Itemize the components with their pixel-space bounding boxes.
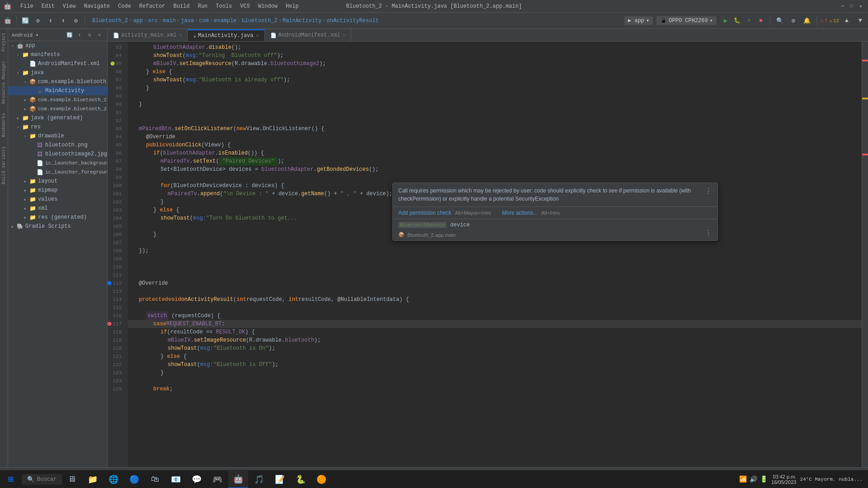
- add-permission-btn[interactable]: Add permission check: [398, 210, 451, 216]
- taskbar-item-vscode[interactable]: 📝: [270, 470, 290, 488]
- bc-main[interactable]: main: [163, 18, 176, 24]
- taskbar-clock[interactable]: 03:42 p.m. 16/05/2023: [771, 474, 796, 485]
- battery-icon[interactable]: 🔋: [760, 475, 768, 483]
- popup-footer-dots[interactable]: ⋮: [705, 229, 712, 238]
- bc-src[interactable]: src: [148, 18, 158, 24]
- run-button[interactable]: ▶: [720, 15, 731, 26]
- settings-btn[interactable]: ⚙: [32, 15, 44, 27]
- minimize-button[interactable]: —: [839, 3, 846, 10]
- maximize-button[interactable]: □: [848, 3, 855, 10]
- tab-androidmanifest-xml[interactable]: 📄 AndroidManifest.xml ✕: [265, 29, 352, 41]
- taskbar-item-python[interactable]: 🐍: [291, 470, 311, 488]
- popup-more-button[interactable]: ⋮: [705, 187, 712, 196]
- volume-icon[interactable]: 🔊: [750, 475, 757, 483]
- tree-package-test[interactable]: ▶ 📦 com.example.bluetooth_2 (te...: [8, 104, 107, 113]
- warning-count[interactable]: ⚠ 12: [829, 18, 839, 23]
- search-bar[interactable]: 🔍 Buscar: [22, 474, 62, 485]
- expand-btn[interactable]: ⬇: [45, 15, 57, 27]
- tab-close-btn[interactable]: ✕: [256, 33, 259, 38]
- menu-run[interactable]: Run: [194, 2, 211, 10]
- tree-mipmap[interactable]: ▶ 📁 mipmap: [8, 186, 107, 195]
- sidebar-collapse-btn[interactable]: ⬆: [75, 31, 84, 39]
- tree-gradle-scripts[interactable]: ▶ 🐘 Gradle Scripts: [8, 222, 107, 231]
- tree-bluetooth-png[interactable]: 🖼 bluetooth.png: [8, 141, 107, 150]
- menu-edit[interactable]: Edit: [38, 2, 58, 10]
- menu-tools[interactable]: Tools: [212, 2, 236, 10]
- tab-activity-main-xml[interactable]: 📄 activity_main.xml ✕: [108, 29, 188, 41]
- code-content[interactable]: bluetoothAdapter.disable(); showToast( m…: [128, 42, 862, 467]
- tree-mainactivity[interactable]: ☕ MainActivity: [8, 86, 107, 95]
- taskbar-item-steam[interactable]: 🎮: [208, 470, 227, 488]
- sidebar-hide-btn[interactable]: ✕: [95, 31, 104, 39]
- bc-bluetooth2[interactable]: Bluetooth_2: [92, 18, 128, 24]
- sync-btn[interactable]: 🔄: [19, 15, 31, 27]
- tab-mainactivity-java[interactable]: ☕ MainActivity.java ✕: [188, 29, 264, 41]
- chevron-down-btn[interactable]: ▼: [854, 15, 866, 27]
- tree-manifests[interactable]: ▾ 📁 manifests: [8, 50, 107, 59]
- bc-app[interactable]: app: [133, 18, 143, 24]
- resource-manager-label[interactable]: Resource Manager: [1, 61, 6, 104]
- device-selector[interactable]: 📱 OPPO CPH2269 ▾: [656, 16, 717, 25]
- tree-ic-launcher-fg[interactable]: 📄 ic_launcher_foreground.xm...: [8, 168, 107, 177]
- chevron-up-btn[interactable]: ▲: [841, 15, 853, 27]
- menu-window[interactable]: Window: [255, 2, 281, 10]
- menu-build[interactable]: Build: [170, 2, 193, 10]
- stop-button[interactable]: ■: [755, 15, 766, 26]
- tree-btimage2-jpg[interactable]: 🖼 bluetoothimage2.jpg: [8, 150, 107, 159]
- gear-btn[interactable]: ⚙: [70, 15, 82, 27]
- menu-view[interactable]: View: [59, 2, 80, 10]
- menu-file[interactable]: File: [17, 2, 37, 10]
- tree-drawable[interactable]: ▾ 📁 drawable: [8, 131, 107, 141]
- menu-refactor[interactable]: Refactor: [136, 2, 169, 10]
- tree-res-generated[interactable]: ▶ 📁 res (generated): [8, 213, 107, 222]
- error-count[interactable]: ⚠ 7: [821, 18, 827, 23]
- tree-java[interactable]: ▾ 📁 java: [8, 68, 107, 77]
- tree-values[interactable]: ▶ 📁 values: [8, 195, 107, 204]
- menu-navigate[interactable]: Navigate: [80, 2, 113, 10]
- debug-button[interactable]: 🐛: [732, 15, 743, 26]
- tab-close-btn[interactable]: ✕: [179, 33, 182, 38]
- taskbar-item-browser2[interactable]: 🟠: [311, 470, 331, 488]
- taskbar-item-mail[interactable]: 📧: [166, 470, 186, 488]
- bc-com[interactable]: com: [199, 18, 209, 24]
- bc-bluetooth2p[interactable]: bluetooth_2: [242, 18, 278, 24]
- bc-onactivityresult[interactable]: onActivityResult: [327, 18, 379, 24]
- tree-androidmanifest[interactable]: 📄 AndroidManifest.xml: [8, 59, 107, 68]
- menu-vcs[interactable]: VCS: [236, 2, 254, 10]
- code-editor[interactable]: 83 84 ⬤85 86 87 88 89 90 91 92 93 94 95 …: [108, 42, 868, 467]
- tree-res[interactable]: ▾ 📁 res: [8, 122, 107, 131]
- taskbar-item-store[interactable]: 🛍: [145, 470, 165, 488]
- build-variants-label[interactable]: Build Variants: [1, 146, 6, 184]
- taskbar-item-chrome[interactable]: 🔵: [124, 470, 144, 488]
- taskbar-item-android-studio[interactable]: 🤖: [228, 470, 248, 488]
- bc-java[interactable]: java: [181, 18, 194, 24]
- tree-ic-launcher-bg[interactable]: 📄 ic_launcher_background.xm...: [8, 159, 107, 168]
- project-label[interactable]: Project: [1, 33, 6, 52]
- wifi-icon[interactable]: 📶: [739, 475, 747, 483]
- taskbar-item-discord[interactable]: 💬: [187, 470, 207, 488]
- taskbar-item-1[interactable]: 🖥: [62, 470, 82, 488]
- collapse-btn[interactable]: ⬆: [57, 15, 69, 27]
- tree-package-main[interactable]: ▾ 📦 com.example.bluetooth_2: [8, 77, 107, 86]
- sidebar-settings-btn[interactable]: ⚙: [85, 31, 94, 39]
- close-button[interactable]: ✕: [857, 3, 864, 10]
- notifications-btn[interactable]: 🔔: [801, 15, 813, 27]
- profile-button[interactable]: ⚡: [744, 15, 755, 26]
- more-actions-btn[interactable]: More actions...: [502, 210, 538, 216]
- tree-layout[interactable]: ▶ 📁 layout: [8, 177, 107, 186]
- tree-package-androidtest[interactable]: ▶ 📦 com.example.bluetooth_2 (a...: [8, 95, 107, 104]
- taskbar-item-2[interactable]: 📁: [83, 470, 103, 488]
- search-everywhere-btn[interactable]: 🔍: [774, 15, 786, 27]
- taskbar-item-edge[interactable]: 🌐: [104, 470, 123, 488]
- tree-xml[interactable]: ▶ 📁 xml: [8, 204, 107, 213]
- bc-mainactivity[interactable]: MainActivity: [283, 18, 321, 24]
- tree-app[interactable]: ▾ 🤖 app: [8, 41, 107, 50]
- menu-help[interactable]: Help: [282, 2, 302, 10]
- project-icon-btn[interactable]: 🤖: [2, 15, 14, 27]
- run-config-selector[interactable]: ▶ app ▾: [624, 16, 653, 25]
- bookmarks-label[interactable]: Bookmarks: [1, 113, 6, 137]
- tab-close-btn[interactable]: ✕: [343, 33, 345, 38]
- start-button[interactable]: ⊞: [2, 470, 20, 488]
- taskbar-item-spotify[interactable]: 🎵: [249, 470, 269, 488]
- settings-main-btn[interactable]: ⚙: [788, 15, 799, 27]
